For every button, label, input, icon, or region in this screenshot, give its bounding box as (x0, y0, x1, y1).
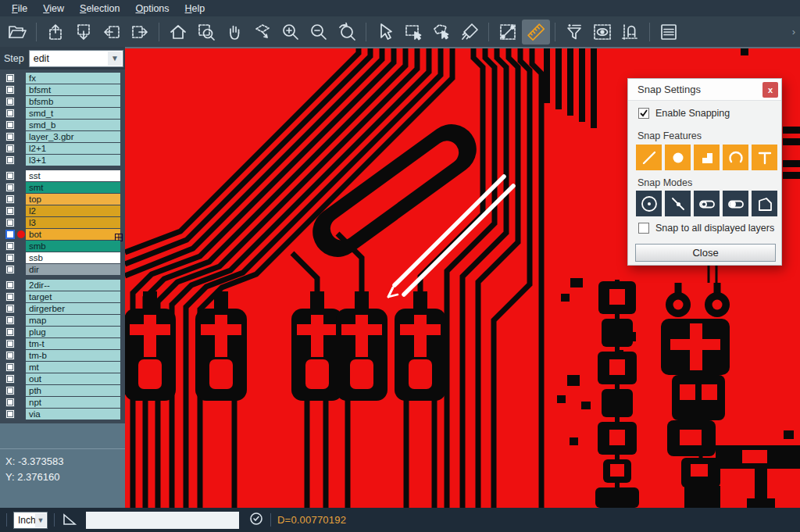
rect-select-icon[interactable] (399, 20, 427, 45)
layer-row-bfsmb[interactable]: bfsmb (0, 96, 125, 107)
angle-corner-icon[interactable] (61, 510, 78, 530)
select-arrow-icon[interactable] (371, 20, 399, 45)
layer-visibility-checkbox[interactable] (5, 362, 15, 372)
layer-name[interactable]: layer_3.gbr (26, 131, 120, 142)
report-list-icon[interactable] (655, 20, 683, 45)
layer-row-via[interactable]: via (0, 409, 125, 420)
open-folder-icon[interactable] (3, 20, 31, 45)
snap-point-on-line-button[interactable] (665, 191, 691, 216)
layer-row-fx[interactable]: fx (0, 73, 125, 84)
checkbox-unchecked-icon[interactable] (638, 223, 649, 234)
layer-name[interactable]: l3 (26, 217, 120, 228)
layer-visibility-checkbox[interactable] (5, 144, 15, 153)
zoom-previous-icon[interactable] (333, 20, 361, 45)
layer-name[interactable]: tm-b (26, 350, 120, 361)
chevron-down-icon[interactable]: ▼ (35, 513, 46, 527)
layer-visibility-checkbox[interactable] (5, 280, 15, 290)
unit-select[interactable]: Inch ▼ (13, 512, 48, 529)
menu-help[interactable]: Help (178, 2, 212, 16)
import-left-icon[interactable] (98, 20, 126, 45)
layer-row-plug[interactable]: plug (0, 327, 125, 337)
layer-name[interactable]: out (26, 373, 120, 384)
home-view-icon[interactable] (164, 20, 192, 45)
snap-key-left-button[interactable] (694, 191, 720, 216)
layer-visibility-checkbox[interactable] (5, 97, 15, 106)
layer-visibility-checkbox[interactable] (5, 292, 15, 302)
layer-visibility-checkbox[interactable] (5, 109, 15, 118)
layer-name[interactable]: smd_t (26, 108, 120, 119)
layer-row-map[interactable]: map (0, 315, 125, 326)
layer-visibility-checkbox[interactable] (5, 171, 15, 180)
layer-name[interactable]: top (26, 194, 120, 205)
measure-point-icon[interactable] (494, 20, 522, 45)
layer-visibility-checkbox[interactable] (5, 409, 15, 419)
layer-row-l2[interactable]: l2 (0, 205, 125, 216)
layer-row-smd_t[interactable]: smd_t (0, 108, 125, 119)
layer-name[interactable]: via (26, 409, 120, 420)
snap-pad-round-button[interactable] (665, 145, 691, 170)
layer-name[interactable]: npt (26, 397, 120, 408)
menu-options[interactable]: Options (128, 2, 176, 16)
layer-visibility-checkbox[interactable] (5, 206, 15, 216)
pcb-canvas[interactable]: Snap Settings x Enable Snapping Snap Fea… (125, 47, 800, 508)
layer-name[interactable]: fx (26, 73, 120, 84)
layer-visibility-checkbox[interactable] (5, 351, 15, 360)
layer-visibility-checkbox[interactable] (5, 230, 15, 239)
layer-name[interactable]: bfsmb (26, 96, 120, 107)
layer-row-smd_b[interactable]: smd_b (0, 120, 125, 130)
filter-icon[interactable] (560, 20, 588, 45)
layer-name[interactable]: ssb (26, 252, 120, 263)
layer-name[interactable]: smb (26, 241, 120, 252)
layer-row-tm-t[interactable]: tm-t (0, 338, 125, 349)
layer-visibility-checkbox[interactable] (5, 195, 15, 204)
layer-visibility-checkbox[interactable] (5, 241, 15, 251)
layer-visibility-checkbox[interactable] (5, 265, 15, 274)
layer-row-out[interactable]: out (0, 373, 125, 384)
snap-line-button[interactable] (636, 145, 662, 170)
layer-name[interactable]: target (26, 291, 120, 302)
close-button[interactable]: Close (635, 244, 776, 262)
layer-visibility-checkbox[interactable] (5, 398, 15, 407)
chevron-down-icon[interactable]: ▼ (108, 52, 122, 66)
layer-row-top[interactable]: top (0, 194, 125, 205)
layer-visibility-checkbox[interactable] (5, 386, 15, 395)
layer-visibility-checkbox[interactable] (5, 73, 15, 83)
menu-view[interactable]: View (36, 2, 71, 16)
layer-row-smb[interactable]: smb (0, 241, 125, 252)
step-select[interactable]: edit ▼ (29, 50, 123, 67)
checkbox-checked-icon[interactable] (638, 108, 649, 119)
layer-visibility-checkbox[interactable] (5, 85, 15, 95)
command-input[interactable] (86, 512, 239, 529)
dialog-title[interactable]: Snap Settings (628, 79, 781, 101)
layer-name[interactable]: dirgerber (26, 303, 120, 314)
zoom-in-icon[interactable] (277, 20, 305, 45)
layer-name[interactable]: plug (26, 327, 120, 337)
layer-row-l2+1[interactable]: l2+1 (0, 143, 125, 154)
pan-hand-icon[interactable] (220, 20, 248, 45)
layer-row-ssb[interactable]: ssb (0, 252, 125, 263)
move-view-icon[interactable] (248, 20, 277, 45)
layer-row-target[interactable]: target (0, 291, 125, 302)
layer-name[interactable]: smt (26, 182, 120, 193)
layer-name[interactable]: l2+1 (26, 143, 120, 154)
menu-file[interactable]: File (5, 2, 34, 16)
import-right-icon[interactable] (126, 20, 154, 45)
layer-name[interactable]: mt (26, 362, 120, 373)
layer-row-mt[interactable]: mt (0, 362, 125, 373)
layer-visibility-checkbox[interactable] (5, 304, 15, 313)
layer-visibility-checkbox[interactable] (5, 339, 15, 348)
layer-name[interactable]: bfsmt (26, 84, 120, 95)
layer-visibility-checkbox[interactable] (5, 132, 15, 141)
layer-visibility-checkbox[interactable] (5, 183, 15, 192)
snap-all-layers-checkbox[interactable]: Snap to all displayed layers (638, 223, 774, 234)
zoom-out-icon[interactable] (305, 20, 333, 45)
snap-pad-shape-button[interactable] (694, 145, 720, 170)
close-icon[interactable]: x (762, 82, 778, 98)
view-options-icon[interactable] (588, 20, 616, 45)
menu-selection[interactable]: Selection (73, 2, 127, 16)
layer-row-sst[interactable]: sst (0, 170, 125, 181)
brush-edit-icon[interactable] (455, 20, 484, 45)
layer-name[interactable]: 2dir-- (26, 280, 120, 291)
layer-name[interactable]: pth (26, 385, 120, 396)
layer-row-dirgerber[interactable]: dirgerber (0, 303, 125, 314)
